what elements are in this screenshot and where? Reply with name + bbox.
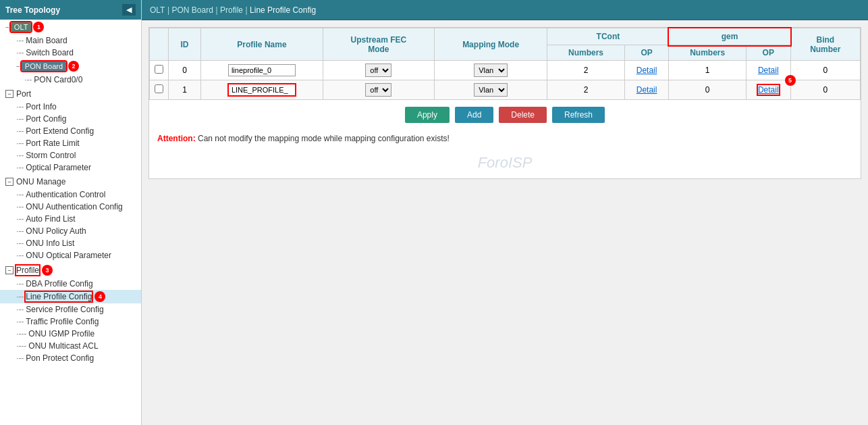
row1-checkbox-cell xyxy=(150,80,169,100)
onu-section-box: − xyxy=(5,178,13,186)
tree-container: − OLT 1 ·-- Main Board ·-- Switch Board xyxy=(0,20,141,425)
th-upstream-fec: Upstream FECMode xyxy=(323,28,434,61)
sidebar-item-traffic-profile[interactable]: ·-- Traffic Profile Config xyxy=(0,316,141,328)
th-gem-numbers: Numbers xyxy=(669,45,746,61)
sidebar-item-storm-control[interactable]: ·-- Storm Control xyxy=(0,149,141,161)
row1-checkbox[interactable] xyxy=(155,84,163,93)
row1-gem-detail-link[interactable]: Detail xyxy=(758,85,779,95)
row0-profile-name-input[interactable] xyxy=(228,64,296,76)
sidebar-item-port-rate[interactable]: ·-- Port Rate Limit xyxy=(0,137,141,149)
apply-button[interactable]: Apply xyxy=(405,107,450,123)
main-layout: Tree Topology ◀ − OLT 1 ·-- Main Board xyxy=(0,0,868,425)
sidebar-item-onu-optical[interactable]: ·-- ONU Optical Parameter xyxy=(0,249,141,261)
onu-manage-label: ONU Manage xyxy=(16,177,65,186)
af-dash: ·-- xyxy=(16,214,24,224)
row1-tcont-numbers: 2 xyxy=(547,80,624,100)
breadcrumb: OLT | PON Board | Profile | Line Profile… xyxy=(142,0,868,20)
attention-label: Attention: xyxy=(157,134,196,143)
sidebar-header: Tree Topology ◀ xyxy=(0,0,141,20)
breadcrumb-pon-board[interactable]: PON Board xyxy=(172,5,213,15)
th-bind-number: BindNumber xyxy=(790,28,860,61)
badge-5: 5 xyxy=(785,75,796,86)
sidebar-section-onu-manage[interactable]: − ONU Manage xyxy=(0,175,141,189)
sidebar-item-igmp-profile[interactable]: ·--- ONU IGMP Profile xyxy=(0,328,141,340)
th-id: ID xyxy=(169,28,201,61)
dba-dash: ·-- xyxy=(16,279,24,289)
sidebar-item-pon-card[interactable]: ·-- PON Card0/0 xyxy=(0,74,141,86)
sidebar-item-dba-profile[interactable]: ·-- DBA Profile Config xyxy=(0,278,141,290)
tree-item-olt[interactable]: − OLT 1 xyxy=(0,20,141,34)
sidebar-item-service-profile[interactable]: ·-- Service Profile Config xyxy=(0,303,141,316)
sidebar-item-port-info[interactable]: ·-- Port Info xyxy=(0,101,141,113)
igmp-dash: ·--- xyxy=(16,329,26,339)
delete-button[interactable]: Delete xyxy=(499,107,547,123)
data-table: ID Profile Name Upstream FECMode Mapping… xyxy=(149,28,861,100)
igmp-profile-label: ONU IGMP Profile xyxy=(28,329,94,339)
port-info-label: Port Info xyxy=(26,102,56,111)
badge-2: 2 xyxy=(68,61,79,72)
row1-profile-name[interactable] xyxy=(201,80,323,100)
row1-profile-name-input[interactable] xyxy=(228,84,296,96)
badge-3: 3 xyxy=(42,265,53,276)
tpc-dash: ·-- xyxy=(16,317,24,326)
breadcrumb-profile[interactable]: Profile xyxy=(220,5,243,15)
row0-tcont-numbers: 2 xyxy=(547,61,624,80)
tree-dash2: ·-- xyxy=(16,48,24,57)
add-button[interactable]: Add xyxy=(455,107,493,123)
row1-mapping-select[interactable]: Vlan Port Gem xyxy=(474,83,508,97)
sidebar-item-optical[interactable]: ·-- Optical Parameter xyxy=(0,161,141,174)
row1-fec-select[interactable]: off on xyxy=(365,83,391,97)
sidebar-item-pon-protect[interactable]: ·-- Pon Protect Config xyxy=(0,352,141,364)
opa-dash: ·-- xyxy=(16,226,24,236)
sidebar-section-profile[interactable]: − Profile 3 xyxy=(0,263,141,278)
sidebar-item-multicast-acl[interactable]: ·--- ONU Multicast ACL xyxy=(0,340,141,352)
spc-dash: ·-- xyxy=(16,305,24,314)
breadcrumb-olt[interactable]: OLT xyxy=(150,5,165,15)
row0-tcont-detail-link[interactable]: Detail xyxy=(636,66,657,75)
row0-profile-name[interactable] xyxy=(201,61,323,80)
mac-dash: ·--- xyxy=(16,341,26,351)
sidebar-item-main-board[interactable]: ·-- Main Board xyxy=(0,34,141,47)
row1-tcont-op[interactable]: Detail xyxy=(624,80,669,100)
row0-gem-op[interactable]: Detail xyxy=(746,61,790,80)
pec-dash: ·-- xyxy=(16,126,24,136)
row0-checkbox[interactable] xyxy=(155,65,163,74)
sidebar-item-auto-find[interactable]: ·-- Auto Find List xyxy=(0,213,141,225)
row0-fec-select[interactable]: off on xyxy=(365,64,391,77)
oil-dash: ·-- xyxy=(16,239,24,248)
port-extend-label: Port Extend Config xyxy=(26,126,94,136)
breadcrumb-current: Line Profile Config xyxy=(250,5,316,15)
sidebar-section-port[interactable]: − Port xyxy=(0,87,141,101)
auto-find-label: Auto Find List xyxy=(26,214,75,224)
row1-mapping[interactable]: Vlan Port Gem xyxy=(434,80,547,100)
row1-tcont-detail-link[interactable]: Detail xyxy=(636,85,657,95)
row0-mapping[interactable]: Vlan Port Gem xyxy=(434,61,547,80)
optical-param-label: Optical Parameter xyxy=(26,163,91,172)
badge-4: 4 xyxy=(94,291,105,302)
sidebar-item-auth-control[interactable]: ·-- Authentication Control xyxy=(0,189,141,201)
watermark: ForoISP xyxy=(149,147,861,178)
row0-gem-detail-link[interactable]: Detail xyxy=(758,66,779,75)
sidebar-item-port-extend[interactable]: ·-- Port Extend Config xyxy=(0,125,141,137)
onu-info-label: ONU Info List xyxy=(26,239,74,248)
row1-gem-op[interactable]: Detail 5 xyxy=(746,80,790,100)
row0-tcont-op[interactable]: Detail xyxy=(624,61,669,80)
sidebar-title: Tree Topology xyxy=(5,5,60,15)
row1-fec[interactable]: off on xyxy=(323,80,434,100)
sidebar-item-onu-info[interactable]: ·-- ONU Info List xyxy=(0,237,141,249)
sidebar-item-switch-board[interactable]: ·-- Switch Board xyxy=(0,47,141,59)
sidebar-item-onu-auth[interactable]: ·-- ONU Authentication Config xyxy=(0,201,141,213)
sidebar-collapse-btn[interactable]: ◀ xyxy=(122,4,136,16)
service-profile-label: Service Profile Config xyxy=(26,305,103,314)
th-tcont-numbers: Numbers xyxy=(547,45,624,61)
row0-fec[interactable]: off on xyxy=(323,61,434,80)
sidebar-item-line-profile[interactable]: ·-- Line Profile Config 4 xyxy=(0,290,141,303)
sidebar-item-port-config[interactable]: ·-- Port Config xyxy=(0,113,141,125)
row1-id: 1 xyxy=(169,80,201,100)
sc-dash: ·-- xyxy=(16,151,24,160)
sidebar-item-onu-policy[interactable]: ·-- ONU Policy Auth xyxy=(0,225,141,237)
port-config-label: Port Config xyxy=(26,114,66,124)
sidebar-item-pon-board[interactable]: − PON Board 2 xyxy=(0,59,141,74)
row0-mapping-select[interactable]: Vlan Port Gem xyxy=(474,64,508,77)
refresh-button[interactable]: Refresh xyxy=(552,107,605,123)
